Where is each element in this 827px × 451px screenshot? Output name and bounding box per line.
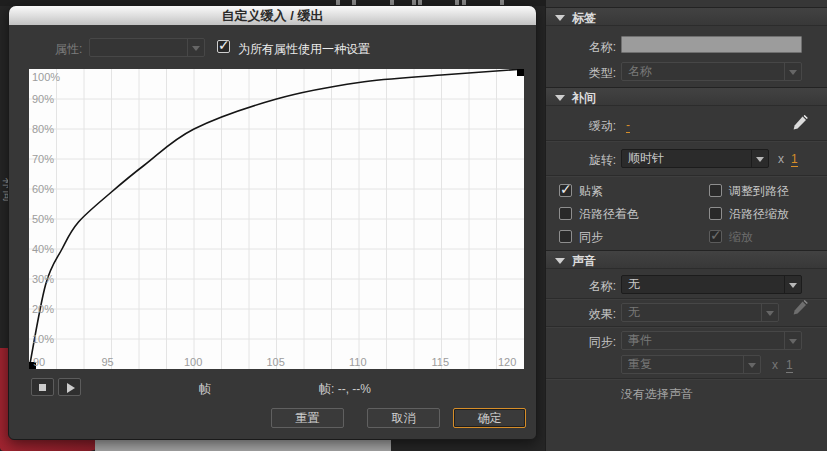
reset-button[interactable]: 重置 (271, 408, 344, 428)
label-type-value: 名称 (628, 63, 779, 80)
y-axis-tick-label: 80% (32, 123, 54, 135)
y-axis-tick-label: 100% (32, 71, 60, 83)
y-axis-tick-label: 90% (32, 93, 54, 105)
checkbox-box (709, 230, 722, 243)
checkbox-box[interactable] (559, 230, 572, 243)
stop-icon (39, 384, 46, 391)
checkbox-snap[interactable]: 贴紧 (559, 183, 603, 200)
divider (546, 326, 827, 327)
no-sound-note: 没有选择声音 (621, 386, 693, 403)
cancel-button[interactable]: 取消 (367, 408, 440, 428)
checkbox-box[interactable] (709, 184, 722, 197)
y-axis-tick-label: 70% (32, 153, 54, 165)
property-dropdown (89, 38, 205, 57)
property-label: 属性: (55, 41, 82, 58)
ease-curve-svg (29, 69, 524, 369)
x-axis-tick-label: 110 (349, 356, 367, 368)
y-axis-tick-label: 20% (32, 303, 54, 315)
chevron-down-icon (187, 39, 204, 56)
divider (546, 298, 827, 299)
section-header-tween[interactable]: 补间 (546, 87, 827, 106)
x-axis-tick-label: 95 (102, 356, 114, 368)
custom-ease-dialog: 自定义缓入 / 缓出 属性: 为所有属性使用一种设置 100%90%80%70%… (8, 5, 537, 440)
repeat-count-text: 1 (786, 358, 793, 373)
chevron-down-icon (761, 304, 778, 321)
sound-effect-dropdown: 无 (621, 303, 779, 322)
sound-sync-label: 同步: (554, 334, 616, 351)
checkbox-label: 贴紧 (579, 184, 603, 198)
section-header-label[interactable]: 标签 (546, 7, 827, 26)
chevron-down-icon (784, 332, 801, 349)
play-button[interactable] (58, 378, 81, 396)
sound-sync-dropdown: 事件 (621, 331, 802, 350)
dialog-titlebar[interactable]: 自定义缓入 / 缓出 (9, 6, 536, 25)
ease-label: 缓动: (554, 118, 616, 135)
y-axis-tick-label: 40% (32, 243, 54, 255)
properties-panel: 标签 名称: 类型: 名称 补间 缓动: - 旋转: 顺时针 x 1 (545, 0, 827, 451)
rotate-count-hot-text[interactable]: 1 (791, 152, 798, 167)
ease-curve-chart[interactable]: 100%90%80%70%60%50%40%30%20%10% 90951001… (29, 69, 524, 369)
rotate-times-label: x (778, 152, 784, 166)
x-axis-tick-label: 105 (267, 356, 285, 368)
rotate-label: 旋转: (554, 152, 616, 169)
sound-effect-value: 无 (628, 304, 756, 321)
checkbox-box[interactable] (559, 207, 572, 220)
sound-sync-value: 事件 (628, 332, 779, 349)
background-scrollbar-fragment (95, 440, 391, 451)
checkbox-label: 调整到路径 (729, 184, 789, 198)
sound-name-label: 名称: (554, 278, 616, 295)
y-axis-tick-label: 10% (32, 333, 54, 345)
chevron-down-icon (743, 356, 760, 373)
dialog-title: 自定义缓入 / 缓出 (222, 8, 324, 23)
rotate-dropdown[interactable]: 顺时针 (621, 149, 769, 168)
sound-name-dropdown[interactable]: 无 (621, 275, 802, 294)
checkbox-sync[interactable]: 同步 (559, 229, 603, 246)
frame-axis-label: 帧 (199, 381, 211, 398)
checkbox-scale: 缩放 (709, 229, 753, 246)
collapse-triangle-icon (555, 95, 565, 101)
collapse-triangle-icon (555, 258, 565, 264)
sound-repeat-dropdown: 重复 (621, 355, 761, 374)
ok-button[interactable]: 确定 (453, 408, 526, 428)
repeat-times-label: x (772, 358, 778, 372)
x-axis-tick-label: 100 (184, 356, 202, 368)
section-title: 声音 (572, 253, 596, 270)
divider (546, 140, 827, 141)
checkbox-label: 同步 (579, 230, 603, 244)
checkbox-orient-to-path[interactable]: 调整到路径 (709, 183, 789, 200)
checkbox-scale-along-path[interactable]: 沿路径缩放 (709, 206, 789, 223)
checkbox-label: 沿路径缩放 (729, 207, 789, 221)
chevron-down-icon (751, 150, 768, 167)
x-axis-tick-label: 90 (33, 356, 45, 368)
checkbox-box[interactable] (559, 184, 572, 197)
screen: 补间 自定义缓入 / 缓出 属性: 为所有属性使用一种设置 100%90%80%… (0, 0, 827, 451)
y-axis-tick-label: 60% (32, 183, 54, 195)
checkbox-label: 缩放 (729, 230, 753, 244)
rotate-dropdown-value: 顺时针 (628, 150, 746, 167)
sound-repeat-value: 重复 (628, 356, 738, 373)
play-icon (67, 383, 75, 393)
collapse-triangle-icon (555, 15, 565, 21)
checkbox-color-along-path[interactable]: 沿路径着色 (559, 206, 639, 223)
edit-ease-pencil-icon[interactable] (792, 115, 808, 131)
chevron-down-icon (784, 63, 801, 80)
label-type-dropdown: 名称 (621, 62, 802, 81)
property-row: 属性: 为所有属性使用一种设置 (9, 36, 536, 60)
edit-effect-pencil-icon (792, 300, 808, 316)
divider (546, 378, 827, 379)
section-title: 标签 (572, 10, 596, 27)
checkbox-box[interactable] (709, 207, 722, 220)
divider (546, 175, 827, 176)
all-properties-checkbox[interactable] (217, 40, 230, 53)
section-header-sound[interactable]: 声音 (546, 250, 827, 269)
ease-hot-text[interactable]: - (626, 118, 630, 133)
label-type-label: 类型: (554, 65, 616, 82)
label-name-input[interactable] (621, 36, 802, 53)
frame-position-readout: 帧: --, --% (319, 381, 371, 398)
x-axis-tick-label: 115 (432, 356, 450, 368)
y-axis-tick-label: 30% (32, 273, 54, 285)
stop-button[interactable] (31, 378, 54, 396)
x-axis-tick-label: 120 (498, 356, 516, 368)
section-title: 补间 (572, 90, 596, 107)
y-axis-tick-label: 50% (32, 213, 54, 225)
